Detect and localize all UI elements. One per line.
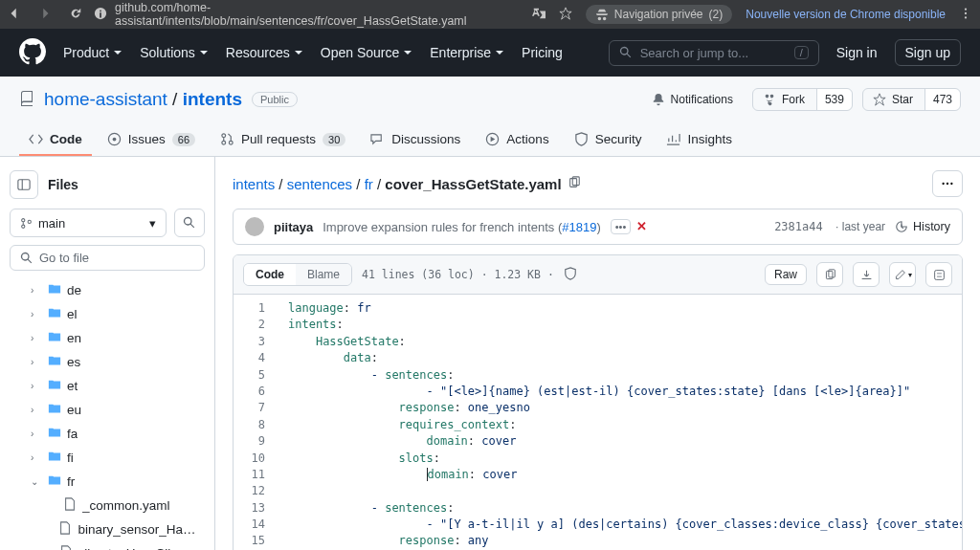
branch-picker[interactable]: main ▾ — [10, 209, 167, 237]
commit-message[interactable]: Improve expansion rules for french inten… — [323, 220, 601, 234]
commit-sha[interactable]: 2381a44 — [774, 220, 823, 233]
nav-menu-solutions[interactable]: Solutions — [140, 45, 209, 60]
history-button[interactable]: History — [895, 220, 950, 233]
author-link[interactable]: piitaya — [274, 220, 313, 234]
svg-point-1 — [965, 11, 967, 13]
nav-menu-resources[interactable]: Resources — [226, 45, 303, 60]
pr-link[interactable]: #1819 — [562, 220, 596, 234]
crumb-0[interactable]: intents — [233, 176, 275, 192]
files-title: Files — [48, 177, 78, 192]
folder-fr[interactable]: ⌄fr — [10, 470, 205, 494]
sidebar-toggle-button[interactable] — [10, 170, 38, 199]
fork-button[interactable]: Fork 539 — [752, 88, 853, 111]
folder-eu[interactable]: ›eu — [10, 398, 205, 422]
svg-point-2 — [965, 16, 967, 18]
commit-ago: · last year — [833, 220, 885, 233]
copy-path-icon[interactable] — [568, 176, 581, 192]
edit-dropdown-icon[interactable]: ▾ — [889, 262, 916, 287]
forward-icon[interactable] — [38, 7, 52, 23]
tab-pulls[interactable]: Pull requests30 — [211, 124, 355, 156]
tab-security[interactable]: Security — [565, 124, 652, 156]
fork-count: 539 — [816, 89, 852, 110]
search-files-button[interactable] — [174, 209, 205, 237]
owner-link[interactable]: home-assistant — [44, 89, 167, 109]
star-button[interactable]: Star 473 — [862, 88, 961, 111]
tab-discussions[interactable]: Discussions — [361, 124, 470, 156]
bookmark-icon[interactable] — [559, 7, 572, 23]
folder-fi[interactable]: ›fi — [10, 446, 205, 470]
back-icon[interactable] — [8, 7, 21, 23]
file-tree-sidebar: Files main ▾ Go to file ›de›el›en›es›et›… — [0, 157, 215, 550]
file-_common-yaml[interactable]: _common.yaml — [10, 494, 205, 517]
signup-button[interactable]: Sign up — [895, 39, 961, 66]
site-info-icon[interactable] — [94, 7, 107, 23]
download-icon[interactable] — [853, 262, 880, 287]
github-search[interactable]: Search or jump to... / — [609, 40, 819, 66]
breadcrumb: intents / sentences / fr / cover_HassGet… — [233, 176, 562, 192]
svg-point-0 — [965, 8, 967, 10]
crumb-file: cover_HassGetState.yaml — [385, 176, 561, 192]
svg-rect-6 — [18, 180, 30, 190]
translate-icon[interactable] — [532, 7, 546, 23]
folder-es[interactable]: ›es — [10, 350, 205, 374]
tab-issues[interactable]: Issues66 — [98, 124, 205, 156]
repo-link[interactable]: intents — [183, 89, 242, 109]
url-text[interactable]: github.com/home-assistant/intents/blob/m… — [115, 1, 521, 28]
folder-et[interactable]: ›et — [10, 374, 205, 398]
more-options-button[interactable] — [932, 170, 963, 197]
copy-raw-icon[interactable] — [816, 262, 843, 287]
chrome-menu-icon[interactable] — [959, 7, 972, 23]
commit-expand-icon[interactable]: ••• — [611, 219, 632, 234]
nav-menu-pricing[interactable]: Pricing — [522, 45, 563, 60]
code-content[interactable]: 1234567891011121314151617181920 language… — [234, 295, 962, 550]
file-view-box: Code Blame 41 lines (36 loc) · 1.23 KB ·… — [233, 254, 963, 550]
blame-view-tab[interactable]: Blame — [296, 264, 351, 285]
nav-menu-product[interactable]: Product — [63, 45, 122, 60]
incognito-badge[interactable]: Navigation privée (2) — [586, 5, 732, 24]
file-content-area: intents / sentences / fr / cover_HassGet… — [215, 157, 980, 550]
repo-header: home-assistant / intents Public Notifica… — [0, 77, 980, 157]
chevron-down-icon: ▾ — [149, 216, 156, 231]
security-shield-icon[interactable] — [564, 267, 577, 283]
tab-insights[interactable]: Insights — [657, 124, 742, 156]
author-avatar[interactable] — [245, 217, 264, 236]
code-view-tab[interactable]: Code — [244, 264, 296, 285]
tab-actions[interactable]: Actions — [476, 124, 558, 156]
repo-tabs: Code Issues66 Pull requests30 Discussion… — [19, 124, 961, 156]
svg-rect-15 — [934, 270, 944, 279]
github-top-nav: ProductSolutionsResourcesOpen SourceEnte… — [0, 29, 980, 77]
slash-shortcut: / — [794, 46, 809, 59]
crumb-2[interactable]: fr — [365, 176, 373, 192]
file-binary_sensor_HassGetState-ya---[interactable]: binary_sensor_HassGetState.ya... — [10, 517, 205, 541]
svg-point-4 — [112, 138, 116, 142]
code-blame-toggle: Code Blame — [243, 263, 352, 286]
notifications-button[interactable]: Notifications — [642, 89, 743, 110]
file-meta: 41 lines (36 loc) · 1.23 KB · — [362, 268, 554, 281]
status-fail-icon[interactable]: ✕ — [636, 219, 647, 234]
folder-fa[interactable]: ›fa — [10, 422, 205, 446]
go-to-file-input[interactable]: Go to file — [10, 245, 205, 271]
repo-breadcrumb: home-assistant / intents — [44, 89, 242, 110]
latest-commit-bar: piitaya Improve expansion rules for fren… — [233, 209, 963, 245]
reload-icon[interactable] — [69, 7, 82, 23]
crumb-1[interactable]: sentences — [287, 176, 352, 192]
svg-point-12 — [950, 183, 952, 185]
folder-de[interactable]: ›de — [10, 278, 205, 302]
tab-code[interactable]: Code — [19, 124, 92, 156]
svg-point-10 — [942, 183, 944, 185]
folder-el[interactable]: ›el — [10, 302, 205, 326]
browser-chrome-bar: github.com/home-assistant/intents/blob/m… — [0, 0, 980, 29]
chrome-update-notice[interactable]: Nouvelle version de Chrome disponible — [746, 8, 946, 21]
nav-menu-enterprise[interactable]: Enterprise — [430, 45, 504, 60]
file-climate_HassClimateGetTempe---[interactable]: climate_HassClimateGetTempe... — [10, 541, 205, 550]
svg-point-11 — [947, 183, 948, 185]
signin-link[interactable]: Sign in — [836, 45, 878, 60]
folder-en[interactable]: ›en — [10, 326, 205, 350]
repo-icon — [19, 91, 34, 109]
star-count: 473 — [924, 89, 960, 110]
visibility-badge: Public — [252, 92, 298, 107]
raw-button[interactable]: Raw — [765, 264, 807, 285]
nav-menu-open-source[interactable]: Open Source — [321, 45, 413, 60]
symbols-icon[interactable] — [925, 262, 952, 287]
github-logo-icon[interactable] — [19, 38, 46, 68]
